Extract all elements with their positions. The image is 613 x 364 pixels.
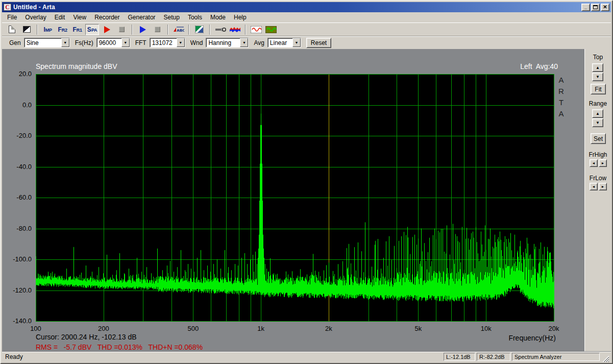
x-tick-label: 200 xyxy=(89,325,118,332)
fr1-mode-button[interactable]: FR1 xyxy=(70,24,84,35)
maximize-icon xyxy=(593,5,598,9)
play-button[interactable] xyxy=(136,24,150,35)
y-tick-label: -140.0 xyxy=(2,317,32,325)
x-axis-title: Frequency(Hz) xyxy=(482,334,556,342)
up-arrow-icon: ▲ xyxy=(596,112,600,116)
x-tick-label: 2k xyxy=(314,325,343,332)
fs-combo[interactable]: 96000 ▼ xyxy=(96,38,130,47)
x-tick-label: 100 xyxy=(21,325,50,332)
top-down-button[interactable]: ▼ xyxy=(592,72,603,81)
channel-average-readout: Left Avg:40 xyxy=(520,62,558,70)
title-bar: C Untitled - Arta _ ✕ xyxy=(2,2,611,12)
close-button[interactable]: ✕ xyxy=(601,4,609,11)
gen-combo-arrow-icon[interactable]: ▼ xyxy=(61,38,69,47)
spa-mode-button[interactable]: SPA xyxy=(85,24,99,35)
set-button[interactable]: Set xyxy=(591,133,606,144)
mode-indicator: Spectrum Analyzer xyxy=(512,353,600,361)
marker-abc-button[interactable]: ABC xyxy=(171,24,185,35)
generator-green-sine-button[interactable] xyxy=(264,24,278,35)
gen-value: Sine xyxy=(24,38,40,47)
reset-button[interactable]: Reset xyxy=(306,38,331,48)
menu-setup[interactable]: Setup xyxy=(160,13,184,22)
svg-text:ABC: ABC xyxy=(177,28,184,33)
play-stop-button[interactable] xyxy=(151,24,164,35)
menu-help[interactable]: Help xyxy=(230,13,251,22)
avg-combo[interactable]: Linear ▼ xyxy=(267,38,301,47)
toolbar-separator xyxy=(132,25,133,35)
generator-red-sine-icon xyxy=(251,26,262,33)
wnd-combo[interactable]: Hanning ▼ xyxy=(206,38,249,47)
toolbar-separator xyxy=(209,25,210,35)
wnd-combo-arrow-icon[interactable]: ▼ xyxy=(240,38,248,47)
menu-view[interactable]: View xyxy=(69,13,90,22)
frhigh-label: FrHigh xyxy=(585,151,611,158)
spectrum-canvas[interactable] xyxy=(36,74,554,322)
y-tick-label: -80.0 xyxy=(2,225,32,232)
frhigh-left-button[interactable]: ◄ xyxy=(590,159,598,167)
new-file-icon xyxy=(9,26,15,33)
maximize-button[interactable] xyxy=(591,4,600,11)
menu-bar: FileOverlayEditViewRecorderGeneratorSetu… xyxy=(2,12,611,22)
record-red-icon xyxy=(104,26,110,33)
left-arrow-icon: ◄ xyxy=(592,161,596,165)
fit-button[interactable]: Fit xyxy=(591,84,606,94)
y-tick-label: -20.0 xyxy=(2,132,32,139)
y-tick-label: 20.0 xyxy=(2,70,32,78)
toolbar-separator xyxy=(37,25,38,35)
frlow-left-button[interactable]: ◄ xyxy=(590,183,598,190)
menu-file[interactable]: File xyxy=(3,13,21,22)
range-down-button[interactable]: ▼ xyxy=(592,118,603,127)
top-label: Top xyxy=(585,54,611,61)
left-arrow-icon: ◄ xyxy=(592,185,596,188)
fr2-mode-button[interactable]: FR2 xyxy=(56,24,69,35)
frlow-label: FrLow xyxy=(585,175,611,182)
status-bar: Ready L:-12.1dB R:-82.2dB Spectrum Analy… xyxy=(2,351,611,362)
y-tick-label: 0.0 xyxy=(2,101,32,109)
fs-combo-arrow-icon[interactable]: ▼ xyxy=(121,38,130,47)
fft-combo-arrow-icon[interactable]: ▼ xyxy=(177,38,185,47)
frlow-right-button[interactable]: ► xyxy=(599,183,607,190)
arta-watermark: ARTA xyxy=(557,76,566,120)
menu-overlay[interactable]: Overlay xyxy=(21,13,50,22)
minimize-button[interactable]: _ xyxy=(581,4,590,11)
toolbar-separator xyxy=(188,25,189,35)
app-icon[interactable]: C xyxy=(4,4,11,11)
top-up-button[interactable]: ▲ xyxy=(592,63,603,72)
imp-mode-button[interactable]: IMP xyxy=(41,24,55,35)
range-up-button[interactable]: ▲ xyxy=(592,109,603,118)
menu-mode[interactable]: Mode xyxy=(206,13,230,22)
imp-mode-icon: IMP xyxy=(43,26,52,33)
menu-recorder[interactable]: Recorder xyxy=(90,13,124,22)
resize-grip-icon[interactable] xyxy=(602,355,609,362)
level-wave-button[interactable] xyxy=(228,24,242,35)
fft-label: FFT xyxy=(135,39,146,46)
record-stop-icon xyxy=(119,27,125,32)
probe-calibrate-button[interactable] xyxy=(213,24,227,35)
right-level-meter: R:-82.2dB xyxy=(477,353,510,361)
rms-thd-readout: RMS = -5.7 dBV THD =0.013% THD+N =0.068% xyxy=(36,343,203,351)
invert-background-button[interactable] xyxy=(20,24,34,35)
gen-combo[interactable]: Sine ▼ xyxy=(24,38,70,47)
record-stop-button[interactable] xyxy=(115,24,129,35)
frhigh-right-button[interactable]: ► xyxy=(599,159,607,167)
gen-label: Gen xyxy=(9,39,21,46)
fs-value: 96000 xyxy=(97,38,117,47)
avg-combo-arrow-icon[interactable]: ▼ xyxy=(292,38,301,47)
menu-edit[interactable]: Edit xyxy=(51,13,69,22)
generator-red-sine-button[interactable] xyxy=(249,24,263,35)
x-tick-label: 1k xyxy=(247,325,275,332)
menu-tools[interactable]: Tools xyxy=(184,13,206,22)
graph-panel: Spectrum magnitude dBV Left Avg:40 ARTA … xyxy=(2,49,586,353)
cursor-readout: Cursor: 2000.24 Hz, -102.13 dB xyxy=(36,333,137,341)
y-tick-label: -40.0 xyxy=(2,163,32,171)
fft-combo[interactable]: 131072 ▼ xyxy=(150,38,185,47)
overlay-button[interactable] xyxy=(192,24,206,35)
new-file-button[interactable] xyxy=(5,24,19,35)
x-tick-label: 500 xyxy=(179,325,207,332)
window-title: Untitled - Arta xyxy=(13,4,55,11)
right-arrow-icon: ► xyxy=(601,161,605,165)
record-button[interactable] xyxy=(100,24,114,35)
menu-generator[interactable]: Generator xyxy=(124,13,160,22)
y-tick-label: -60.0 xyxy=(2,193,32,201)
play-blue-icon xyxy=(140,26,146,33)
